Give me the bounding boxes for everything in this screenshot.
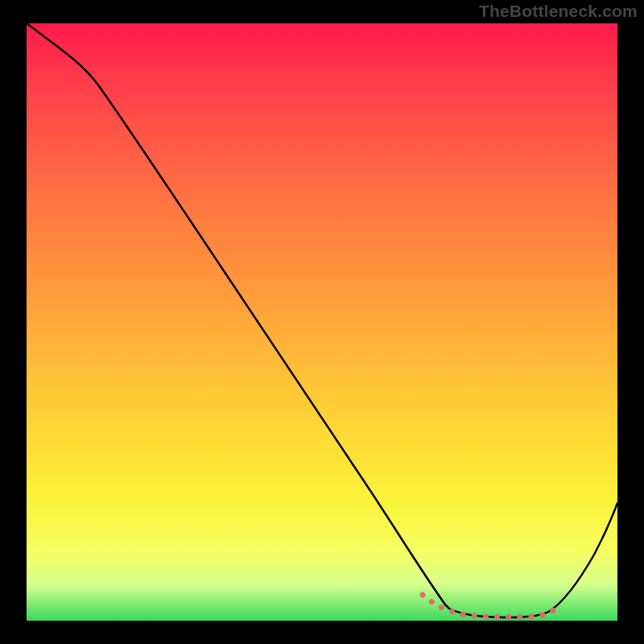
bottleneck-curve <box>27 23 617 621</box>
curve-main-line <box>27 23 617 617</box>
watermark-text: TheBottleneck.com <box>479 2 638 21</box>
plot-area <box>27 23 617 621</box>
chart-root: TheBottleneck.com <box>0 0 644 644</box>
curve-minimum-dots <box>423 595 555 617</box>
